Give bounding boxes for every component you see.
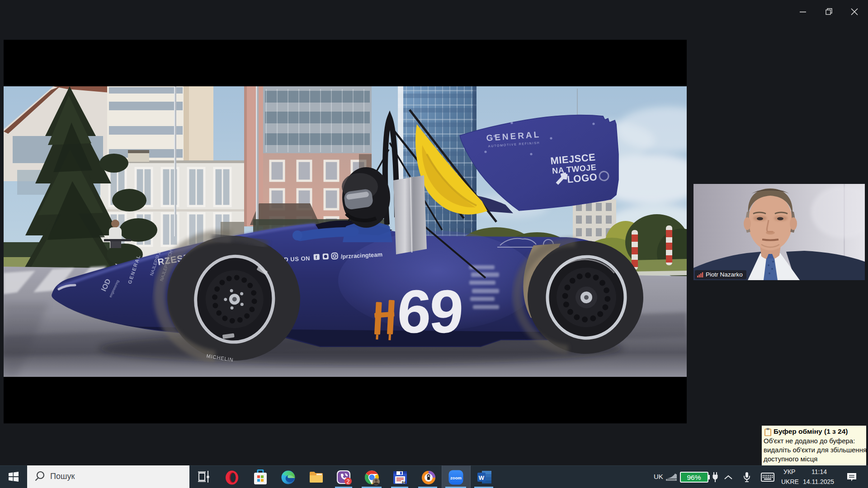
svg-text:96%: 96% <box>687 474 701 481</box>
svg-text:64: 64 <box>402 480 406 484</box>
svg-text:zoom: zoom <box>450 475 462 480</box>
svg-text:W: W <box>479 474 485 481</box>
svg-text:2: 2 <box>347 479 350 485</box>
